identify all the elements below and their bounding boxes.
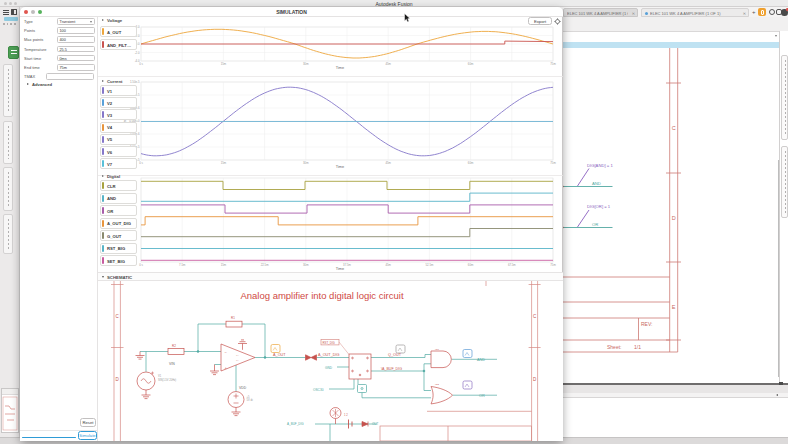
legend-label: CLR bbox=[107, 183, 116, 188]
field-input-points[interactable]: 100 bbox=[57, 27, 95, 34]
or-net-label: OR bbox=[479, 394, 485, 398]
x-tick-label: 75m bbox=[550, 161, 556, 165]
x-tick-label: 0 s bbox=[139, 263, 143, 267]
collapsed-panel-tab[interactable] bbox=[3, 214, 13, 254]
legend-item-and_filt…[interactable]: AND_FILT… bbox=[100, 39, 137, 50]
legend-color-bar bbox=[102, 232, 104, 239]
x-tick-label: 7.5m bbox=[179, 263, 186, 267]
schematic-section-label: SCHEMATIC bbox=[107, 275, 132, 280]
legend-label: V5 bbox=[107, 137, 112, 142]
x-tick-label: 45m bbox=[385, 263, 391, 267]
legend-item-v7[interactable]: V7 bbox=[100, 158, 137, 169]
collapsed-panel-tab[interactable] bbox=[3, 121, 13, 164]
x-tick-label: 30m bbox=[303, 161, 309, 165]
selected-mini-tab[interactable] bbox=[4, 17, 18, 21]
r1-label: R1 bbox=[231, 316, 235, 320]
legend-item-v1[interactable]: V1 bbox=[100, 85, 137, 96]
legend-label: AND bbox=[107, 196, 116, 201]
document-tab-label: ELEC 101 WK 4 A AMPLIFIER (1 OF 1) bbox=[567, 11, 628, 16]
tab-close-icon[interactable]: ✕ bbox=[743, 11, 746, 16]
dig-and-annotation: DIG[AND] = 1 bbox=[587, 163, 613, 168]
waveform-plots[interactable]: 4.02.00.0-2.0-4.00 s15m30m45m60m75mTimeV… bbox=[98, 16, 563, 272]
legend-label: V3 bbox=[107, 112, 112, 117]
legend-item-a_out[interactable]: A_OUT bbox=[100, 26, 137, 37]
legend-item-rst_big[interactable]: RST_BIG bbox=[100, 243, 137, 254]
field-input-end-time[interactable]: 75m bbox=[57, 64, 95, 71]
schematic-canvas[interactable]: C D C D Analog amplifier into digital lo… bbox=[98, 281, 563, 441]
simulation-progress-bar bbox=[22, 437, 76, 439]
legend-item-clr[interactable]: CLR bbox=[100, 180, 137, 191]
plot-group-label: Digital bbox=[107, 174, 120, 179]
scrollbar-thumb[interactable] bbox=[778, 160, 780, 377]
x-tick-label: 75m bbox=[550, 263, 556, 267]
document-tab[interactable]: ELEC 101 WK 4 A AMPLIFIER (1 OF 1) ✕ bbox=[641, 8, 749, 17]
legend-color-bar bbox=[102, 220, 104, 227]
legend-item-and[interactable]: AND bbox=[100, 193, 137, 204]
x-tick-label: 45m bbox=[385, 161, 391, 165]
legend-item-g_out[interactable]: G_OUT bbox=[100, 230, 137, 241]
x-tick-label: 60m bbox=[468, 161, 474, 165]
gear-icon[interactable] bbox=[554, 18, 561, 25]
hamburger-menu-icon[interactable] bbox=[3, 9, 9, 15]
row-letter: E bbox=[672, 304, 676, 310]
legend-label: V4 bbox=[107, 125, 112, 130]
a-buf-dig-label: \A_BUF_DIG bbox=[381, 367, 402, 371]
collapsed-panel-tab[interactable] bbox=[781, 55, 788, 140]
vin-label: VIN bbox=[169, 362, 175, 366]
legend-item-v4[interactable]: V4 bbox=[100, 122, 137, 133]
r2-label: R2 bbox=[172, 344, 176, 348]
legend-label: G_OUT bbox=[107, 233, 121, 238]
pins-label: 1 2 bbox=[344, 413, 348, 417]
job-status-icon[interactable] bbox=[758, 8, 766, 16]
dig-or-annotation: DIG[OR] = 1 bbox=[587, 204, 611, 209]
field-input-tmax[interactable] bbox=[46, 73, 94, 80]
tab-close-icon[interactable]: ✕ bbox=[632, 11, 635, 16]
plot-group-label: Current bbox=[107, 79, 123, 84]
svg-text:SIN(1.5V 20Hz): SIN(1.5V 20Hz) bbox=[158, 378, 176, 382]
legend-item-v2[interactable]: V2 bbox=[100, 97, 137, 108]
field-label-points: Points bbox=[24, 28, 35, 33]
collapse-arrow-icon[interactable] bbox=[776, 394, 778, 396]
y-tick-label: 1.50e-5 bbox=[130, 80, 140, 84]
time-axis-label: Time bbox=[336, 267, 344, 271]
avatar[interactable] bbox=[781, 9, 788, 16]
collapsed-panel-tab[interactable] bbox=[781, 146, 788, 218]
field-input-type[interactable]: Transient bbox=[57, 18, 95, 25]
legend-color-bar bbox=[102, 245, 104, 252]
collapsed-panel-tab[interactable] bbox=[3, 167, 13, 211]
advanced-label: Advanced bbox=[32, 82, 52, 87]
collapsed-panel-tab[interactable] bbox=[3, 64, 13, 117]
x-tick-label: 15m bbox=[221, 263, 227, 267]
new-tab-button[interactable]: + bbox=[752, 9, 756, 15]
field-label-start-time: Start time bbox=[24, 56, 41, 61]
ic2-label: IC2 bbox=[435, 383, 439, 386]
field-input-max-points[interactable]: 400 bbox=[57, 36, 95, 43]
field-input-start-time[interactable]: 0ms bbox=[57, 55, 95, 62]
legend-item-set_big[interactable]: SET_BIG bbox=[100, 255, 137, 266]
component-thumbnail-icon[interactable] bbox=[8, 46, 19, 59]
legend-item-v6[interactable]: V6 bbox=[100, 146, 137, 157]
net-annotation-and: DIG[AND] = 1 AND bbox=[560, 163, 613, 187]
sheet-thumbnail[interactable] bbox=[1, 388, 19, 433]
document-tab[interactable]: ELEC 101 WK 4 A AMPLIFIER (1 OF 1) ✕ bbox=[563, 8, 638, 17]
legend-color-bar bbox=[102, 182, 104, 189]
background-sheet-svg: C D E REV: Sheet: 1/1 DIG[AND] = 1 AND D… bbox=[560, 17, 788, 385]
panel-toggle-icon[interactable] bbox=[11, 9, 17, 15]
export-button[interactable]: Export bbox=[528, 17, 552, 26]
osc-label: OSC30 bbox=[313, 388, 324, 392]
legend-item-a_out_dig[interactable]: A_OUT_DIG bbox=[100, 218, 137, 229]
schematic-section-header[interactable]: SCHEMATIC bbox=[98, 272, 563, 281]
help-icon[interactable] bbox=[769, 9, 775, 15]
mouse-cursor bbox=[404, 13, 412, 23]
field-input-temperature[interactable]: 25.5 bbox=[57, 46, 95, 53]
legend-item-or[interactable]: OR bbox=[100, 205, 137, 216]
legend-item-v3[interactable]: V3 bbox=[100, 109, 137, 120]
legend-color-bar bbox=[102, 207, 104, 214]
x-tick-label: 37.5m bbox=[343, 263, 351, 267]
legend-color-bar bbox=[102, 41, 104, 48]
reset-button[interactable]: Reset bbox=[80, 418, 96, 427]
x-tick-label: 15m bbox=[221, 62, 227, 66]
svg-text:5V dc: 5V dc bbox=[247, 398, 254, 402]
legend-item-v5[interactable]: V5 bbox=[100, 134, 137, 145]
simulate-button[interactable]: Simulate bbox=[78, 431, 97, 440]
